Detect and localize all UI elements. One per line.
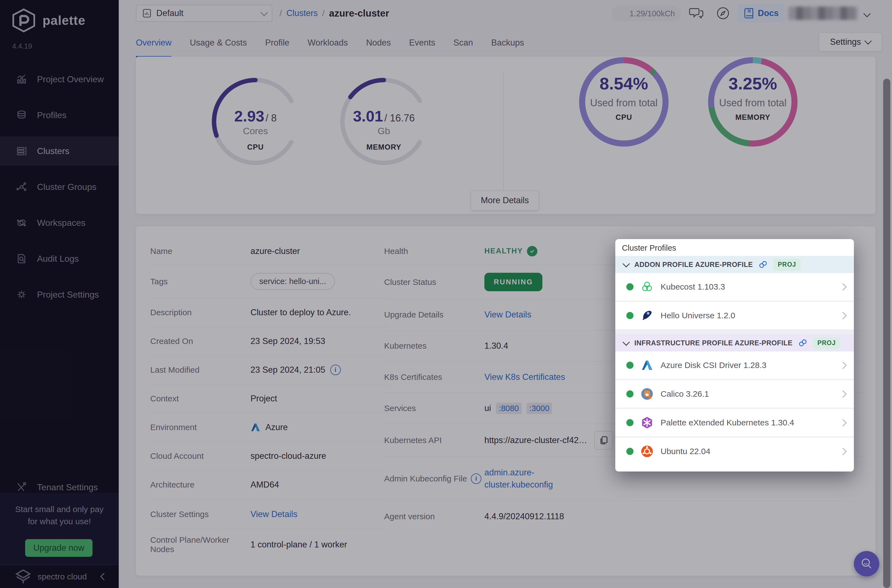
addon-profile-header-label: ADDON PROFILE AZURE-PROFILE: [634, 261, 753, 268]
profile-row-label: Kubecost 1.103.3: [661, 282, 833, 291]
status-dot-icon: [626, 419, 634, 426]
calico-logo-icon: [641, 388, 653, 400]
chevron-right-icon: [839, 419, 847, 426]
azure-logo-icon: [641, 359, 653, 372]
link-icon: [798, 338, 808, 348]
profile-row-palette-extended-kubernetes[interactable]: Palette eXtended Kubernetes 1.30.4: [615, 409, 854, 438]
chevron-down-icon: [622, 339, 630, 346]
profile-row-label: Hello Universe 1.2.0: [661, 311, 833, 320]
pxk-logo-icon: [641, 416, 653, 429]
ubuntu-logo-icon: [641, 445, 653, 458]
infrastructure-profile-header-label: INFRASTRUCTURE PROFILE AZURE-PROFILE: [634, 339, 793, 347]
popup-title: Cluster Profiles: [615, 239, 854, 256]
profile-row-label: Ubuntu 22.04: [661, 447, 833, 456]
profile-row-kubecost[interactable]: Kubecost 1.103.3: [615, 273, 854, 302]
status-dot-icon: [626, 312, 634, 319]
proj-badge: PROJ: [813, 337, 840, 349]
link-icon: [758, 260, 768, 269]
status-dot-icon: [626, 283, 634, 290]
hello-universe-logo-icon: [641, 309, 653, 322]
infrastructure-profile-header[interactable]: INFRASTRUCTURE PROFILE AZURE-PROFILE PRO…: [615, 334, 854, 351]
cluster-profiles-popup: Cluster Profiles ADDON PROFILE AZURE-PRO…: [615, 239, 854, 471]
profile-row-azure-disk-csi[interactable]: Azure Disk CSI Driver 1.28.3: [615, 351, 854, 380]
status-dot-icon: [626, 390, 634, 398]
profile-row-hello-universe[interactable]: Hello Universe 1.2.0: [615, 302, 854, 330]
chevron-right-icon: [839, 312, 847, 320]
chevron-right-icon: [839, 390, 847, 398]
profile-row-label: Azure Disk CSI Driver 1.28.3: [661, 360, 833, 370]
profile-row-label: Palette eXtended Kubernetes 1.30.4: [661, 418, 833, 428]
profile-row-ubuntu[interactable]: Ubuntu 22.04: [615, 438, 854, 465]
status-dot-icon: [626, 362, 634, 369]
proj-badge: PROJ: [773, 259, 800, 270]
kubecost-logo-icon: [641, 280, 653, 293]
chevron-right-icon: [839, 362, 847, 369]
profile-row-label: Calico 3.26.1: [661, 389, 833, 399]
chevron-down-icon: [622, 260, 630, 267]
palette-app: palette 4.4.19 Project Overview Profiles: [0, 0, 892, 588]
addon-profile-header[interactable]: ADDON PROFILE AZURE-PROFILE PROJ: [615, 256, 854, 273]
chevron-right-icon: [839, 448, 847, 455]
status-dot-icon: [626, 448, 634, 455]
profile-row-calico[interactable]: Calico 3.26.1: [615, 380, 854, 409]
chevron-right-icon: [839, 283, 847, 291]
